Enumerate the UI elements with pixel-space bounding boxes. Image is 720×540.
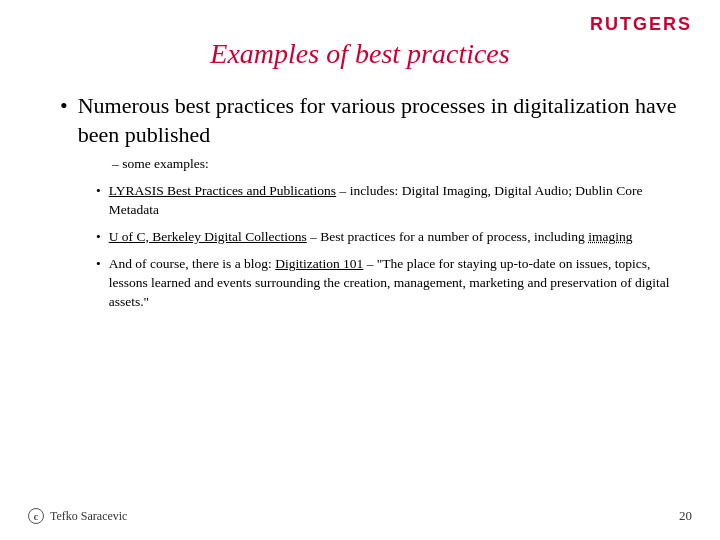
blog-text: And of course, there is a blog: Digitiza… (109, 255, 680, 312)
digitization101-link[interactable]: Digitization 101 (275, 256, 363, 271)
lyrasis-link[interactable]: LYRASIS Best Practices and Publications (109, 183, 336, 198)
blog-bullet: • And of course, there is a blog: Digiti… (96, 255, 680, 312)
content-area: • Numerous best practices for various pr… (40, 92, 680, 311)
slide-title: Examples of best practices (40, 38, 680, 70)
berkeley-bullet: • U of C, Berkeley Digital Collections –… (96, 228, 680, 247)
sub-bullet-1: • (96, 182, 101, 201)
rutgers-logo: RUTGERS (590, 14, 692, 35)
footer-author: Tefko Saracevic (50, 509, 127, 524)
berkeley-link[interactable]: U of C, Berkeley Digital Collections (109, 229, 307, 244)
slide: RUTGERS Examples of best practices • Num… (0, 0, 720, 540)
footer: c Tefko Saracevic 20 (28, 508, 692, 524)
imaging-word: imaging (588, 229, 632, 244)
cc-icon: c (28, 508, 44, 524)
footer-page-number: 20 (679, 508, 692, 524)
dash-some-examples: – some examples: (112, 155, 680, 174)
lyrasis-text: LYRASIS Best Practices and Publications … (109, 182, 680, 220)
main-bullet-text: Numerous best practices for various proc… (78, 92, 680, 149)
lyrasis-bullet: • LYRASIS Best Practices and Publication… (96, 182, 680, 220)
berkeley-text: U of C, Berkeley Digital Collections – B… (109, 228, 633, 247)
sub-bullet-3: • (96, 255, 101, 274)
footer-left: c Tefko Saracevic (28, 508, 127, 524)
sub-bullet-2: • (96, 228, 101, 247)
main-bullet: • Numerous best practices for various pr… (60, 92, 680, 149)
sub-items: – some examples: • LYRASIS Best Practice… (96, 155, 680, 311)
bullet-dot: • (60, 92, 68, 121)
